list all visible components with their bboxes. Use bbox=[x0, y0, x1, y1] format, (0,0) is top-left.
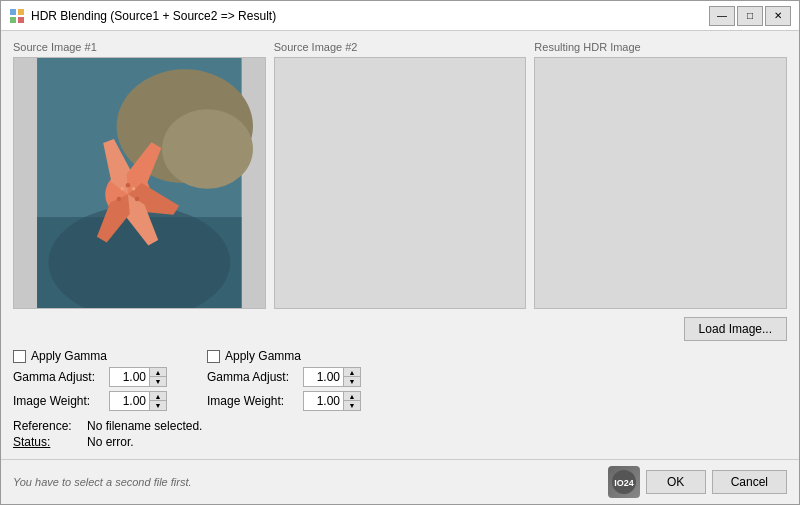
right-controls: Apply Gamma Gamma Adjust: ▲ ▼ Image Weig… bbox=[207, 349, 361, 411]
app-icon bbox=[9, 8, 25, 24]
left-apply-gamma-label: Apply Gamma bbox=[31, 349, 107, 363]
minimize-button[interactable]: — bbox=[709, 6, 735, 26]
load-image-row: Load Image... bbox=[13, 317, 787, 341]
right-weight-down[interactable]: ▼ bbox=[344, 401, 360, 410]
left-apply-gamma-line: Apply Gamma bbox=[13, 349, 167, 363]
left-gamma-input[interactable] bbox=[109, 367, 149, 387]
ok-button[interactable]: OK bbox=[646, 470, 706, 494]
reference-line: Reference: No filename selected. bbox=[13, 419, 787, 433]
left-weight-line: Image Weight: ▲ ▼ bbox=[13, 391, 167, 411]
svg-point-15 bbox=[126, 183, 131, 188]
cancel-button[interactable]: Cancel bbox=[712, 470, 787, 494]
svg-rect-0 bbox=[10, 9, 16, 15]
right-gamma-checkbox-box[interactable] bbox=[207, 350, 220, 363]
right-weight-up[interactable]: ▲ bbox=[344, 392, 360, 401]
result-label: Resulting HDR Image bbox=[534, 41, 787, 53]
source2-panel: Source Image #2 bbox=[274, 41, 527, 309]
bottom-bar: You have to select a second file first. … bbox=[1, 459, 799, 504]
right-weight-label: Image Weight: bbox=[207, 394, 297, 408]
left-weight-up[interactable]: ▲ bbox=[150, 392, 166, 401]
right-gamma-arrows: ▲ ▼ bbox=[343, 367, 361, 387]
status-label[interactable]: Status: bbox=[13, 435, 83, 449]
source1-panel: Source Image #1 bbox=[13, 41, 266, 309]
right-apply-gamma-line: Apply Gamma bbox=[207, 349, 361, 363]
source2-image-box[interactable] bbox=[274, 57, 527, 309]
result-panel: Resulting HDR Image bbox=[534, 41, 787, 309]
svg-text:IO24: IO24 bbox=[614, 478, 634, 488]
left-controls: Apply Gamma Gamma Adjust: ▲ ▼ Image Weig… bbox=[13, 349, 167, 411]
svg-point-19 bbox=[121, 187, 124, 190]
reference-label: Reference: bbox=[13, 419, 83, 433]
title-bar: HDR Blending (Source1 + Source2 => Resul… bbox=[1, 1, 799, 31]
status-line: Status: No error. bbox=[13, 435, 787, 449]
maximize-button[interactable]: □ bbox=[737, 6, 763, 26]
svg-point-17 bbox=[117, 197, 122, 202]
left-weight-down[interactable]: ▼ bbox=[150, 401, 166, 410]
source2-label: Source Image #2 bbox=[274, 41, 527, 53]
svg-point-18 bbox=[132, 187, 135, 190]
close-button[interactable]: ✕ bbox=[765, 6, 791, 26]
right-weight-line: Image Weight: ▲ ▼ bbox=[207, 391, 361, 411]
load-image-button[interactable]: Load Image... bbox=[684, 317, 787, 341]
source1-label: Source Image #1 bbox=[13, 41, 266, 53]
svg-rect-2 bbox=[10, 17, 16, 23]
right-apply-gamma-checkbox[interactable]: Apply Gamma bbox=[207, 349, 301, 363]
status-value: No error. bbox=[87, 435, 134, 449]
hint-text: You have to select a second file first. bbox=[13, 476, 192, 488]
watermark: IO24 bbox=[608, 466, 640, 498]
left-gamma-label: Gamma Adjust: bbox=[13, 370, 103, 384]
bottom-buttons: IO24 OK Cancel bbox=[608, 466, 787, 498]
right-weight-spinbox[interactable]: ▲ ▼ bbox=[303, 391, 361, 411]
left-gamma-line: Gamma Adjust: ▲ ▼ bbox=[13, 367, 167, 387]
main-window: HDR Blending (Source1 + Source2 => Resul… bbox=[0, 0, 800, 505]
left-weight-label: Image Weight: bbox=[13, 394, 103, 408]
controls-row: Apply Gamma Gamma Adjust: ▲ ▼ Image Weig… bbox=[13, 349, 787, 411]
svg-point-16 bbox=[135, 197, 140, 202]
svg-rect-1 bbox=[18, 9, 24, 15]
reference-value: No filename selected. bbox=[87, 419, 202, 433]
status-section: Reference: No filename selected. Status:… bbox=[13, 419, 787, 449]
left-apply-gamma-checkbox[interactable]: Apply Gamma bbox=[13, 349, 107, 363]
left-weight-input[interactable] bbox=[109, 391, 149, 411]
result-image-box bbox=[534, 57, 787, 309]
right-gamma-input[interactable] bbox=[303, 367, 343, 387]
right-gamma-down[interactable]: ▼ bbox=[344, 377, 360, 386]
right-weight-arrows: ▲ ▼ bbox=[343, 391, 361, 411]
right-gamma-up[interactable]: ▲ bbox=[344, 368, 360, 377]
left-gamma-down[interactable]: ▼ bbox=[150, 377, 166, 386]
right-gamma-label: Gamma Adjust: bbox=[207, 370, 297, 384]
left-gamma-checkbox-box[interactable] bbox=[13, 350, 26, 363]
svg-point-6 bbox=[162, 109, 253, 189]
right-gamma-spinbox[interactable]: ▲ ▼ bbox=[303, 367, 361, 387]
left-gamma-spinbox[interactable]: ▲ ▼ bbox=[109, 367, 167, 387]
source1-image-box[interactable] bbox=[13, 57, 266, 309]
right-weight-input[interactable] bbox=[303, 391, 343, 411]
left-weight-arrows: ▲ ▼ bbox=[149, 391, 167, 411]
watermark-logo: IO24 bbox=[608, 466, 640, 498]
svg-rect-3 bbox=[18, 17, 24, 23]
image-panels-row: Source Image #1 bbox=[13, 41, 787, 309]
left-gamma-up[interactable]: ▲ bbox=[150, 368, 166, 377]
window-controls: — □ ✕ bbox=[709, 6, 791, 26]
main-content: Source Image #1 bbox=[1, 31, 799, 459]
window-title: HDR Blending (Source1 + Source2 => Resul… bbox=[31, 9, 709, 23]
right-gamma-line: Gamma Adjust: ▲ ▼ bbox=[207, 367, 361, 387]
right-apply-gamma-label: Apply Gamma bbox=[225, 349, 301, 363]
left-gamma-arrows: ▲ ▼ bbox=[149, 367, 167, 387]
left-weight-spinbox[interactable]: ▲ ▼ bbox=[109, 391, 167, 411]
